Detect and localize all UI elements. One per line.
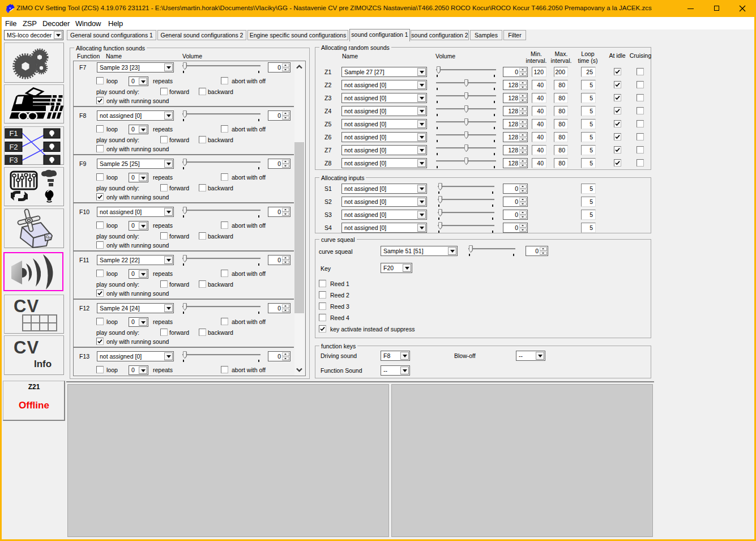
svg-text:F3: F3 xyxy=(9,156,18,164)
svg-text:F1: F1 xyxy=(9,129,18,138)
svg-text:F2: F2 xyxy=(9,143,18,151)
